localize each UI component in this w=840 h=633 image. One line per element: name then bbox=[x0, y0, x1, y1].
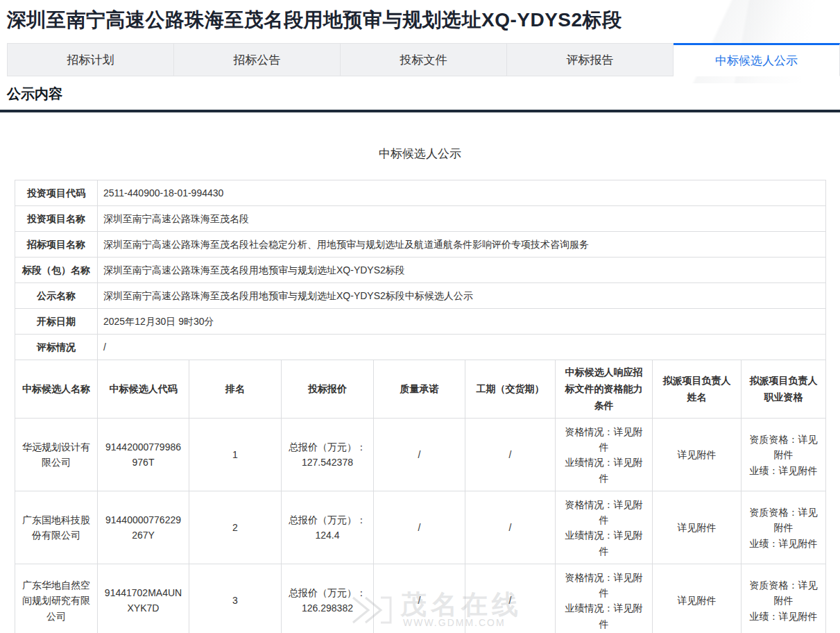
candidate-name: 广东国地科技股份有限公司 bbox=[15, 491, 98, 564]
info-value: 2025年12月30日 9时30分 bbox=[98, 309, 826, 335]
tab-bid-announcement[interactable]: 招标公告 bbox=[174, 43, 341, 76]
manager-qual-line: 资质资格：详见附件 bbox=[747, 432, 820, 463]
section-heading: 公示内容 bbox=[7, 85, 833, 110]
info-value: 深圳至南宁高速公路珠海至茂名段用地预审与规划选址XQ-YDYS2标段 bbox=[98, 258, 826, 283]
candidate-manager-qual: 资质资格：详见附件 业绩：详见附件 bbox=[742, 564, 826, 633]
candidate-rank: 2 bbox=[189, 491, 282, 564]
col-header-duration: 工期（交货期） bbox=[465, 360, 556, 419]
candidate-qualification: 资格情况：详见附件 业绩情况：详见附件 bbox=[556, 564, 653, 633]
page-header: 深圳至南宁高速公路珠海至茂名段用地预审与规划选址XQ-YDYS2标段 bbox=[0, 0, 840, 43]
candidate-quality: / bbox=[374, 564, 465, 633]
tab-winning-candidates[interactable]: 中标候选人公示 bbox=[674, 43, 840, 76]
col-header-bid: 投标报价 bbox=[282, 360, 374, 419]
col-header-name: 中标候选人名称 bbox=[15, 360, 98, 419]
candidate-row-2: 广东国地科技股份有限公司 91440000776229267Y 2 总报价（万元… bbox=[15, 491, 826, 564]
info-value: 深圳至南宁高速公路珠海至茂名段用地预审与规划选址XQ-YDYS2标段中标候选人公… bbox=[98, 283, 826, 309]
candidate-rank: 1 bbox=[189, 419, 282, 491]
qualification-line: 资格情况：详见附件 bbox=[561, 424, 646, 455]
info-label: 标段（包）名称 bbox=[15, 258, 98, 283]
info-row-evaluation-status: 评标情况 / bbox=[15, 335, 826, 360]
page: 深圳至南宁高速公路珠海至茂名段用地预审与规划选址XQ-YDYS2标段 招标计划 … bbox=[0, 0, 840, 633]
col-header-quality: 质量承诺 bbox=[374, 360, 465, 419]
page-title: 深圳至南宁高速公路珠海至茂名段用地预审与规划选址XQ-YDYS2标段 bbox=[7, 7, 833, 33]
announcement-title: 中标候选人公示 bbox=[0, 146, 840, 162]
bid-label: 总报价（万元）： bbox=[287, 585, 368, 600]
info-label: 投资项目代码 bbox=[15, 180, 98, 206]
tab-bid-documents[interactable]: 投标文件 bbox=[341, 43, 507, 76]
qualification-line: 业绩情况：详见附件 bbox=[561, 455, 646, 486]
qualification-line: 业绩情况：详见附件 bbox=[561, 600, 646, 632]
manager-qual-line: 业绩：详见附件 bbox=[747, 609, 820, 624]
info-row-tender-project-name: 招标项目名称 深圳至南宁高速公路珠海至茂名段社会稳定分析、用地预审与规划选址及航… bbox=[15, 232, 826, 258]
tab-bar: 招标计划 招标公告 投标文件 评标报告 中标候选人公示 bbox=[7, 43, 840, 76]
candidate-rank: 3 bbox=[189, 564, 282, 633]
candidate-name: 广东华地自然空间规划研究有限公司 bbox=[15, 564, 98, 633]
qualification-line: 资格情况：详见附件 bbox=[561, 570, 646, 601]
qualification-line: 业绩情况：详见附件 bbox=[561, 528, 646, 559]
candidate-code: 91442000779986976T bbox=[98, 419, 189, 491]
info-label: 开标日期 bbox=[15, 309, 98, 335]
bid-label: 总报价（万元）： bbox=[287, 512, 368, 528]
candidates-header-row: 中标候选人名称 中标候选人代码 排名 投标报价 质量承诺 工期（交货期） 中标候… bbox=[15, 360, 826, 419]
manager-qual-line: 业绩：详见附件 bbox=[747, 463, 820, 478]
candidate-code: 91441702MA4UNXYK7D bbox=[98, 564, 189, 633]
col-header-rank: 排名 bbox=[189, 360, 282, 419]
info-row-section-name: 标段（包）名称 深圳至南宁高速公路珠海至茂名段用地预审与规划选址XQ-YDYS2… bbox=[15, 258, 826, 283]
candidate-duration: / bbox=[465, 491, 556, 564]
announcement-section: 公示内容 bbox=[7, 85, 833, 112]
candidate-bid: 总报价（万元）： 126.298382 bbox=[282, 564, 374, 633]
tab-evaluation-report[interactable]: 评标报告 bbox=[507, 43, 674, 76]
candidate-manager: 详见附件 bbox=[653, 419, 742, 491]
qualification-line: 资格情况：详见附件 bbox=[561, 497, 646, 528]
info-value: 深圳至南宁高速公路珠海至茂名段社会稳定分析、用地预审与规划选址及航道通航条件影响… bbox=[98, 232, 826, 258]
col-header-manager-qual: 拟派项目负责人职业资格 bbox=[742, 360, 826, 419]
candidate-code: 91440000776229267Y bbox=[98, 491, 189, 564]
candidate-duration: / bbox=[465, 564, 556, 633]
info-row-project-code: 投资项目代码 2511-440900-18-01-994430 bbox=[15, 180, 826, 206]
candidate-qualification: 资格情况：详见附件 业绩情况：详见附件 bbox=[556, 491, 653, 564]
candidate-qualification: 资格情况：详见附件 业绩情况：详见附件 bbox=[556, 419, 653, 491]
candidate-bid: 总报价（万元）： 124.4 bbox=[282, 491, 374, 564]
candidate-manager-qual: 资质资格：详见附件 业绩：详见附件 bbox=[742, 419, 826, 491]
col-header-code: 中标候选人代码 bbox=[98, 360, 189, 419]
info-label: 投资项目名称 bbox=[15, 206, 98, 232]
candidate-manager-qual: 资质资格：详见附件 业绩：详见附件 bbox=[742, 491, 826, 564]
bid-amount: 127.542378 bbox=[287, 455, 368, 470]
candidate-row-1: 华远规划设计有限公司 91442000779986976T 1 总报价（万元）：… bbox=[15, 419, 826, 491]
candidate-row-3: 广东华地自然空间规划研究有限公司 91441702MA4UNXYK7D 3 总报… bbox=[15, 564, 826, 633]
info-row-opening-date: 开标日期 2025年12月30日 9时30分 bbox=[15, 309, 826, 335]
info-row-announcement-name: 公示名称 深圳至南宁高速公路珠海至茂名段用地预审与规划选址XQ-YDYS2标段中… bbox=[15, 283, 826, 309]
col-header-qualification: 中标候选人响应招标文件的资格能力条件 bbox=[556, 360, 653, 419]
manager-qual-line: 资质资格：详见附件 bbox=[747, 505, 820, 536]
candidate-quality: / bbox=[374, 419, 465, 491]
candidate-manager: 详见附件 bbox=[653, 564, 742, 633]
info-label: 评标情况 bbox=[15, 335, 98, 360]
info-value: 2511-440900-18-01-994430 bbox=[98, 180, 826, 206]
manager-qual-line: 业绩：详见附件 bbox=[747, 536, 820, 551]
candidate-name: 华远规划设计有限公司 bbox=[15, 419, 98, 491]
col-header-manager: 拟派项目负责人姓名 bbox=[653, 360, 742, 419]
manager-qual-line: 资质资格：详见附件 bbox=[747, 577, 820, 609]
info-value: 深圳至南宁高速公路珠海至茂名段 bbox=[98, 206, 826, 232]
bid-amount: 124.4 bbox=[287, 528, 368, 543]
section-divider bbox=[0, 110, 840, 112]
info-label: 招标项目名称 bbox=[15, 232, 98, 258]
tab-bid-plan[interactable]: 招标计划 bbox=[7, 43, 174, 76]
bid-amount: 126.298382 bbox=[287, 600, 368, 616]
announcement-table: 投资项目代码 2511-440900-18-01-994430 投资项目名称 深… bbox=[15, 180, 826, 633]
candidate-manager: 详见附件 bbox=[653, 491, 742, 564]
candidate-duration: / bbox=[465, 419, 556, 491]
candidate-bid: 总报价（万元）： 127.542378 bbox=[282, 419, 374, 491]
bid-label: 总报价（万元）： bbox=[287, 439, 368, 455]
info-row-project-name: 投资项目名称 深圳至南宁高速公路珠海至茂名段 bbox=[15, 206, 826, 232]
info-value: / bbox=[98, 335, 826, 360]
info-label: 公示名称 bbox=[15, 283, 98, 309]
candidate-quality: / bbox=[374, 491, 465, 564]
